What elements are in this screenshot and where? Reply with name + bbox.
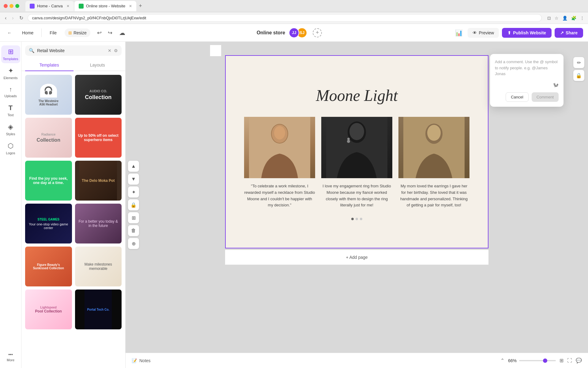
undo-button[interactable]: ↩: [95, 28, 104, 38]
pagination-dot-2[interactable]: [356, 218, 358, 220]
canvas-header: [226, 56, 488, 74]
scroll-down-button[interactable]: ▼: [128, 174, 139, 185]
new-tab-button[interactable]: +: [137, 3, 144, 9]
share-comment-button[interactable]: 💬: [576, 358, 582, 363]
url-bar[interactable]: canva.com/design/DAFNVgs2_p0/f4CFnbQjxDi…: [28, 14, 542, 22]
browser-tab-store[interactable]: Online store - Website ✕: [74, 1, 136, 11]
sidebar-item-uploads[interactable]: ↑ Uploads: [1, 83, 20, 100]
panel-tabs: Templates Layouts: [21, 59, 125, 71]
add-page-bar[interactable]: + Add page: [225, 250, 488, 265]
search-input[interactable]: [37, 48, 105, 53]
tab-close-store[interactable]: ✕: [129, 4, 132, 8]
search-bar[interactable]: 🔍 ✕ ⚙: [25, 45, 122, 56]
browser-tab-home[interactable]: Home - Canva ✕: [25, 1, 74, 11]
magic-wand-button[interactable]: ✦: [128, 186, 139, 197]
redo-button[interactable]: ↪: [105, 28, 115, 38]
bookmark-icon[interactable]: ☆: [555, 16, 559, 21]
resize-button[interactable]: ⊞ Resize: [65, 29, 90, 37]
extensions-icon[interactable]: 🧩: [571, 16, 576, 21]
profile-icon[interactable]: 👤: [562, 16, 567, 21]
notes-icon: 📝: [132, 358, 137, 363]
delete-button[interactable]: 🗑: [128, 225, 139, 236]
template-card-11[interactable]: Lightspeed Pool Collection: [25, 289, 72, 329]
collapse-canvas-button[interactable]: ⌃: [500, 358, 504, 363]
forward-button[interactable]: ›: [11, 14, 15, 22]
template-card-10[interactable]: Make milestones memorable: [75, 247, 122, 286]
back-button[interactable]: ‹: [4, 14, 8, 22]
grid-view-button[interactable]: ⊞: [560, 358, 564, 363]
share-button[interactable]: ↗ Share: [555, 28, 583, 38]
tab-templates[interactable]: Templates: [25, 59, 74, 71]
cancel-comment-button[interactable]: Cancel: [506, 92, 528, 102]
template-card-8[interactable]: For a better you today & in the future: [75, 204, 122, 243]
sidebar-item-templates[interactable]: ⊞ Templates: [1, 45, 20, 63]
url-text: canva.com/design/DAFNVgs2_p0/f4CFnbQjxDi…: [32, 16, 146, 20]
analytics-button[interactable]: 📊: [453, 27, 465, 38]
template-card-7[interactable]: STEEL GAMES Your one-stop video game cen…: [25, 204, 72, 243]
publish-website-button[interactable]: ⬆ Publish Website: [502, 28, 552, 38]
resize-icon: ⊞: [68, 30, 72, 35]
more-label: More: [7, 358, 14, 362]
add-section-button[interactable]: ⊕: [128, 238, 139, 249]
toolbar-center: Online store JJ SJ +: [130, 28, 449, 38]
template-card-9[interactable]: Figure Beauty'sSunkissed Collection: [25, 247, 72, 286]
testimonial-card-2: I love my engagement ring from Studio Mo…: [321, 117, 392, 209]
tab-favicon-home: [30, 4, 35, 9]
tab-close-home[interactable]: ✕: [66, 4, 70, 8]
zoom-thumb[interactable]: [543, 358, 547, 363]
tab-layouts[interactable]: Layouts: [74, 59, 122, 71]
back-to-home-button[interactable]: ←: [5, 29, 14, 37]
template-card-3[interactable]: Radiance Collection: [25, 118, 72, 158]
notes-left: 📝 Notes: [132, 358, 151, 363]
search-clear-icon[interactable]: ✕: [108, 48, 111, 53]
sidebar-item-more[interactable]: ••• More: [1, 350, 20, 364]
pagination-dot-1[interactable]: [351, 218, 354, 220]
toolbar-divider: [41, 29, 42, 37]
canvas-pencil-tool[interactable]: ✏: [573, 57, 584, 68]
svg-point-3: [274, 126, 285, 140]
template-card-5[interactable]: Find the joy you seek, one day at a time…: [25, 161, 72, 201]
cast-icon[interactable]: ⊡: [547, 16, 551, 21]
zoom-slider[interactable]: [519, 360, 556, 361]
canvas-lock-tool[interactable]: 🔒: [573, 70, 584, 81]
templates-grid: 🎧 The WestmireA56 Headset AUDIO CO. Coll…: [21, 71, 125, 368]
save-cloud-icon[interactable]: ☁: [119, 29, 125, 36]
menu-icon[interactable]: ⋮: [580, 16, 584, 21]
sidebar-item-elements[interactable]: ✦ Elements: [1, 64, 20, 82]
layout-button[interactable]: ⊞: [128, 212, 139, 223]
document-title[interactable]: Online store: [257, 30, 285, 36]
file-button[interactable]: File: [46, 29, 60, 37]
sidebar-item-text[interactable]: T Text: [1, 102, 20, 119]
testimonial-image-3: [398, 117, 469, 178]
close-window-btn[interactable]: [4, 4, 8, 8]
template-card-12[interactable]: Portal Tech Co.: [75, 289, 122, 329]
search-filter-icon[interactable]: ⚙: [114, 48, 118, 53]
preview-button[interactable]: 👁 Preview: [468, 28, 499, 38]
sidebar-item-styles[interactable]: ◈ Styles: [1, 121, 20, 138]
comment-placeholder-text[interactable]: Add a comment. Use the @ symbol to notif…: [495, 59, 559, 77]
template-card-4[interactable]: Up to 50% off on select superhero items: [75, 118, 122, 158]
minimize-window-btn[interactable]: [9, 4, 13, 8]
testimonial-text-2: I love my engagement ring from Studio Mo…: [321, 183, 392, 209]
template-card-2[interactable]: AUDIO CO. Collection: [75, 75, 122, 115]
maximize-window-btn[interactable]: [15, 4, 19, 8]
reload-button[interactable]: ↻: [18, 14, 24, 22]
add-collaborator-button[interactable]: +: [313, 28, 322, 37]
testimonial-card-1: "To celebrate a work milestone, I reward…: [244, 117, 315, 209]
lock-button[interactable]: 🔒: [128, 199, 139, 210]
fullscreen-button[interactable]: ⛶: [567, 358, 572, 363]
page-canvas[interactable]: Moone Light: [225, 55, 488, 248]
notes-label[interactable]: Notes: [139, 358, 151, 363]
submit-comment-button[interactable]: Comment: [532, 92, 559, 102]
canvas-right-tools: ✏ 🔒: [573, 57, 584, 81]
pagination-dot-3[interactable]: [360, 218, 362, 220]
home-button[interactable]: Home: [18, 29, 37, 37]
template-card-6[interactable]: The Delo Moka Pot: [75, 161, 122, 201]
comment-emoji-icon[interactable]: 🐿: [553, 82, 559, 89]
uploads-icon: ↑: [9, 86, 12, 93]
zoom-percentage: 66%: [508, 358, 517, 363]
sidebar-item-logos[interactable]: ⬡ Logos: [1, 140, 20, 157]
template-card-1[interactable]: 🎧 The WestmireA56 Headset: [25, 75, 72, 115]
scroll-up-button[interactable]: ▲: [128, 161, 139, 172]
avatar-jj[interactable]: JJ: [289, 28, 299, 38]
